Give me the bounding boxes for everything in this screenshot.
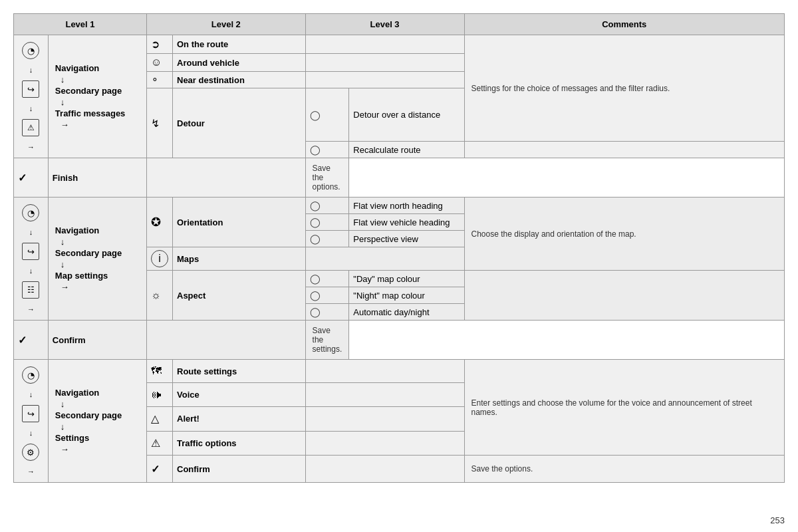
l2-icon-detour: ↯ — [147, 88, 173, 158]
section3-icons: ◔ ↓ ↪ ↓ ⚙ → — [14, 360, 49, 483]
section1-comment-empty — [464, 142, 784, 158]
l2-icon-finish: ✓ — [14, 158, 49, 198]
traffic-icon: ⚠ — [22, 119, 39, 136]
nav-icon2: ◔ — [22, 204, 39, 221]
secondary-label: Secondary page — [55, 86, 122, 96]
l3-voice — [305, 383, 464, 406]
l2-icon-alert: △ — [147, 406, 173, 431]
table-row: ◔ ↓ ↪ ↓ ☷ → Navigation ↓ Secondary page … — [14, 198, 785, 214]
table-row: ◔ ↓ ↪ ↓ ⚠ → Navigation ↓ Secondary page … — [14, 35, 785, 54]
l2-on-route: On the route — [173, 35, 306, 54]
l3-detour-dist: Detour over a distance — [349, 88, 464, 142]
l3-perspective: Perspective view — [349, 231, 464, 247]
l3-radio-night: ◯ — [305, 287, 349, 304]
l3-recalculate: Recalculate route — [349, 142, 464, 158]
page-number: 253 — [770, 515, 785, 525]
l3-day: "Day" map colour — [349, 271, 464, 287]
nav-icon3: ◔ — [22, 366, 39, 384]
header-level2: Level 2 — [147, 14, 306, 35]
l2-maps: Maps — [173, 247, 306, 271]
section1-comments: Settings for the choice of messages and … — [464, 35, 784, 142]
l3-radio-flat-vehicle: ◯ — [305, 214, 349, 231]
l3-traffic-options — [305, 431, 464, 456]
l2-finish: Finish — [48, 158, 146, 198]
nav-label: Navigation — [55, 63, 99, 73]
l3-auto: Automatic day/night — [349, 304, 464, 321]
section3-confirm-comment: Save the options. — [464, 456, 784, 483]
l2-route-settings: Route settings — [173, 360, 306, 383]
l3-radio1: ◯ — [305, 88, 349, 142]
l2-detour: Detour — [173, 88, 306, 158]
secondary-label2: Secondary page — [55, 248, 122, 258]
nav-label2: Navigation — [55, 225, 99, 235]
secondary-page-icon2: ↪ — [22, 243, 39, 260]
l3-night: "Night" map colour — [349, 287, 464, 304]
section2-icons: ◔ ↓ ↪ ↓ ☷ → — [14, 198, 49, 321]
l2-icon-aspect: ☼ — [147, 271, 173, 321]
l3-on-route — [305, 35, 464, 54]
section2-comments: Choose the display and orientation of th… — [464, 198, 784, 271]
l2-icon-voice: 🕪 — [147, 383, 173, 406]
table-row: ✓ Finish Save the options. — [14, 158, 785, 198]
nav-icon: ◔ — [22, 42, 39, 59]
l2-confirm3: Confirm — [173, 456, 306, 483]
settings-label: Settings — [55, 433, 89, 443]
section3-comments: Enter settings and choose the volume for… — [464, 360, 784, 456]
table-row: ✓ Confirm Save the settings. — [14, 321, 785, 360]
l3-near-dest — [305, 72, 464, 88]
l3-flat-vehicle: Flat view vehicle heading — [349, 214, 464, 231]
section2-labels: Navigation ↓ Secondary page ↓ Map settin… — [48, 198, 146, 321]
nav-label3: Navigation — [55, 388, 99, 398]
header-level1: Level 1 — [14, 14, 147, 35]
section1-icons: ◔ ↓ ↪ ↓ ⚠ → — [14, 35, 49, 158]
l2-around: Around vehicle — [173, 54, 306, 72]
section2-confirm-comment: Save the settings. — [305, 321, 349, 360]
l2-icon-confirm: ✓ — [14, 321, 49, 360]
gear-icon: ⚙ — [22, 444, 39, 461]
traffic-label: Traffic messages — [55, 108, 126, 118]
map-settings-label: Map settings — [55, 271, 108, 281]
l2-near-dest: Near destination — [173, 72, 306, 88]
l2-icon-near-dest: ⚬ — [147, 72, 173, 88]
map-grid-icon: ☷ — [22, 281, 39, 299]
l2-icon-maps: i — [147, 247, 173, 271]
l3-radio2: ◯ — [305, 142, 349, 158]
l3-confirm — [147, 321, 306, 360]
l2-voice: Voice — [173, 383, 306, 406]
l3-radio-day: ◯ — [305, 271, 349, 287]
l3-radio-auto: ◯ — [305, 304, 349, 321]
l3-around — [305, 54, 464, 72]
table-row: ◔ ↓ ↪ ↓ ⚙ → Navigation ↓ Secondary page … — [14, 360, 785, 383]
l2-icon-around: ☺ — [147, 54, 173, 72]
l3-flat-north: Flat view north heading — [349, 198, 464, 214]
l2-icon-confirm3: ✓ — [147, 456, 173, 483]
section1-labels: Navigation ↓ Secondary page ↓ Traffic me… — [48, 35, 146, 158]
l3-radio-flat-north: ◯ — [305, 198, 349, 214]
l2-traffic-options: Traffic options — [173, 431, 306, 456]
l2-alert: Alert! — [173, 406, 306, 431]
l3-confirm3 — [305, 456, 464, 483]
header-comments: Comments — [464, 14, 784, 35]
secondary-label3: Secondary page — [55, 410, 122, 420]
l2-icon-on-route: ➲ — [147, 35, 173, 54]
header-level3: Level 3 — [305, 14, 464, 35]
l3-radio-perspective: ◯ — [305, 231, 349, 247]
l2-icon-route-settings: 🗺 — [147, 360, 173, 383]
secondary-page-icon3: ↪ — [22, 405, 39, 422]
section3-labels: Navigation ↓ Secondary page ↓ Settings → — [48, 360, 146, 483]
l2-orientation: Orientation — [173, 198, 306, 247]
l3-alert — [305, 406, 464, 431]
section1-finish-comment: Save the options. — [305, 158, 349, 198]
l3-route-settings — [305, 360, 464, 383]
l2-confirm: Confirm — [48, 321, 146, 360]
l2-icon-orientation: ✪ — [147, 198, 173, 247]
l3-maps — [305, 247, 464, 271]
secondary-page-icon: ↪ — [22, 80, 39, 98]
l3-finish — [147, 158, 306, 198]
l2-icon-traffic-options: ⚠ — [147, 431, 173, 456]
l2-aspect: Aspect — [173, 271, 306, 321]
section2-aspect-comment — [464, 271, 784, 321]
